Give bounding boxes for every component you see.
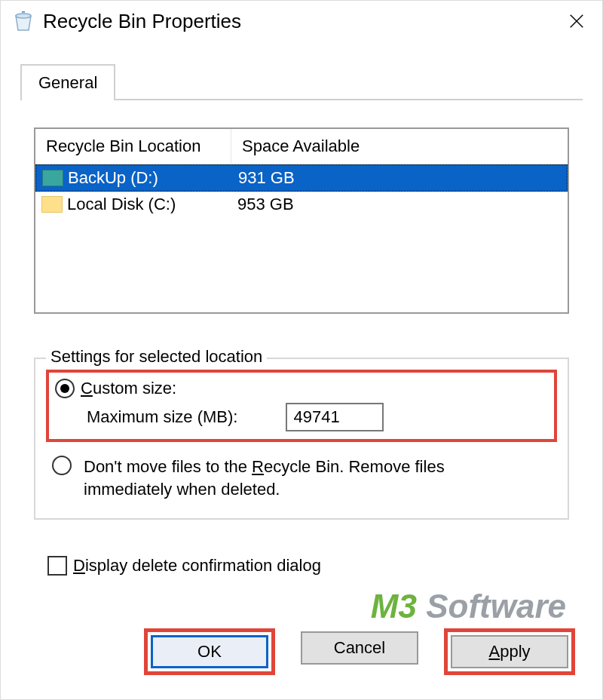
list-header: Recycle Bin Location Space Available — [35, 129, 568, 164]
col-header-location[interactable]: Recycle Bin Location — [35, 129, 231, 164]
apply-highlight: Apply — [444, 628, 575, 675]
dialog-button-row: OK Cancel Apply — [1, 628, 602, 675]
radio-dont-move[interactable] — [52, 456, 72, 475]
dont-move-label: Don't move files to the Recycle Bin. Rem… — [84, 456, 506, 500]
ok-highlight: OK — [144, 628, 275, 675]
checkbox-confirm-delete[interactable] — [47, 556, 67, 576]
confirm-delete-option[interactable]: Display delete confirmation dialog — [47, 556, 569, 576]
tabstrip: General — [20, 64, 583, 100]
max-size-label: Maximum size (MB): — [87, 407, 237, 427]
drive-icon — [42, 170, 63, 186]
watermark-software: Software — [426, 588, 566, 625]
radio-dot-icon — [60, 384, 69, 393]
drive-row-backup-d[interactable]: BackUp (D:) 931 GB — [35, 164, 568, 192]
cancel-wrap: Cancel — [298, 628, 421, 675]
label-rest: ustom size: — [93, 379, 176, 398]
underline-char: C — [81, 379, 93, 398]
label-rest: pply — [500, 642, 530, 662]
underline-char: D — [73, 556, 85, 575]
drive-location: Local Disk (C:) — [67, 195, 237, 214]
drive-list[interactable]: Recycle Bin Location Space Available Bac… — [34, 127, 569, 314]
confirm-delete-label: Display delete confirmation dialog — [73, 556, 321, 576]
recycle-bin-properties-dialog: Recycle Bin Properties General Recycle B… — [0, 0, 603, 700]
underline-char: R — [252, 457, 264, 476]
svg-point-0 — [16, 14, 31, 18]
label-rest: isplay delete confirmation dialog — [85, 556, 321, 575]
tab-general[interactable]: General — [20, 64, 115, 100]
option-dont-move[interactable]: Don't move files to the Recycle Bin. Rem… — [52, 456, 557, 500]
close-button[interactable] — [559, 6, 595, 36]
col-header-space[interactable]: Space Available — [231, 129, 568, 164]
custom-size-label: Custom size: — [81, 379, 176, 398]
drive-space: 953 GB — [237, 195, 562, 214]
drive-icon — [41, 196, 63, 213]
label-pre: Don't move files to the — [84, 457, 252, 476]
settings-legend: Settings for selected location — [46, 347, 267, 367]
list-body: BackUp (D:) 931 GB Local Disk (C:) 953 G… — [35, 164, 568, 312]
tab-panel-general: Recycle Bin Location Space Available Bac… — [20, 100, 583, 576]
cancel-button[interactable]: Cancel — [301, 631, 418, 665]
watermark-m3: M3 — [371, 588, 426, 625]
apply-button[interactable]: Apply — [451, 635, 568, 668]
custom-size-highlight: Custom size: Maximum size (MB): — [46, 370, 557, 442]
titlebar: Recycle Bin Properties — [1, 1, 602, 41]
close-icon — [568, 13, 585, 29]
recycle-bin-icon — [11, 9, 35, 33]
radio-custom-size[interactable] — [55, 379, 75, 398]
drive-row-local-c[interactable]: Local Disk (C:) 953 GB — [35, 192, 568, 217]
watermark: M3 Software — [371, 588, 566, 625]
max-size-input[interactable] — [286, 403, 384, 431]
underline-char: A — [488, 642, 500, 662]
drive-space: 931 GB — [238, 168, 561, 188]
window-title: Recycle Bin Properties — [43, 10, 559, 33]
settings-group: Settings for selected location Custom si… — [34, 358, 569, 520]
option-custom-size[interactable]: Custom size: — [55, 379, 548, 398]
drive-location: BackUp (D:) — [68, 168, 238, 188]
ok-button[interactable]: OK — [151, 635, 268, 668]
max-size-row: Maximum size (MB): — [87, 403, 548, 431]
